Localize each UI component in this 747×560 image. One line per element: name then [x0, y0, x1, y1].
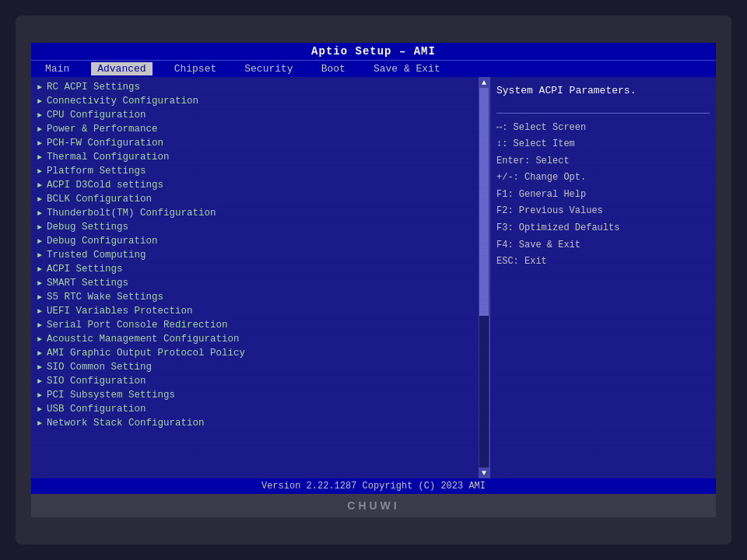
key-hints: ↔: Select Screen↕: Select ItemEnter: Sel… [496, 120, 710, 271]
list-arrow: ► [37, 167, 42, 176]
list-arrow: ► [37, 265, 42, 274]
list-arrow: ► [37, 419, 42, 428]
list-arrow: ► [37, 405, 42, 414]
list-wrapper: ►RC ACPI Settings►Connectivity Configura… [31, 77, 479, 478]
list-item[interactable]: ►Thermal Configuration [31, 150, 479, 164]
list-arrow: ► [37, 391, 42, 400]
list-arrow: ► [37, 153, 42, 162]
list-item[interactable]: ►Debug Settings [31, 220, 479, 234]
list-item[interactable]: ►RC ACPI Settings [31, 80, 479, 94]
title-bar: Aptio Setup – AMI [31, 43, 716, 60]
list-item[interactable]: ►BCLK Configuration [31, 192, 479, 206]
list-item[interactable]: ►CPU Configuration [31, 108, 479, 122]
list-item[interactable]: ►S5 RTC Wake Settings [31, 290, 479, 304]
scrollbar-track[interactable] [479, 88, 489, 467]
list-arrow: ► [37, 237, 42, 246]
status-text: Version 2.22.1287 Copyright (C) 2023 AMI [261, 481, 486, 492]
list-arrow: ► [37, 377, 42, 386]
list-arrow: ► [37, 139, 42, 148]
menu-bar: MainAdvancedChipsetSecurityBootSave & Ex… [31, 60, 716, 77]
list-item[interactable]: ►Thunderbolt(TM) Configuration [31, 206, 479, 220]
list-item[interactable]: ►Connectivity Configuration [31, 94, 479, 108]
list-arrow: ► [37, 181, 42, 190]
list-item[interactable]: ►UEFI Variables Protection [31, 304, 479, 318]
menu-item-save-and-exit[interactable]: Save & Exit [367, 62, 447, 75]
list-item[interactable]: ►PCH-FW Configuration [31, 136, 479, 150]
menu-list[interactable]: ►RC ACPI Settings►Connectivity Configura… [31, 77, 479, 478]
scrollbar[interactable]: ▲ ▼ [479, 77, 489, 478]
key-hint-item: ↕: Select Item [496, 136, 710, 153]
list-arrow: ► [37, 223, 42, 232]
list-item[interactable]: ►Serial Port Console Redirection [31, 318, 479, 332]
list-item[interactable]: ►SMART Settings [31, 276, 479, 290]
help-divider [496, 113, 710, 114]
laptop-frame: Aptio Setup – AMI MainAdvancedChipsetSec… [16, 16, 731, 544]
list-item[interactable]: ►AMI Graphic Output Protocol Policy [31, 346, 479, 360]
list-arrow: ► [37, 195, 42, 204]
list-item[interactable]: ►PCI Subsystem Settings [31, 388, 479, 402]
list-arrow: ► [37, 111, 42, 120]
list-arrow: ► [37, 97, 42, 106]
key-hint-item: Enter: Select [496, 153, 710, 170]
key-hint-item: F1: General Help [496, 187, 710, 204]
list-arrow: ► [37, 349, 42, 358]
screen: Aptio Setup – AMI MainAdvancedChipsetSec… [31, 43, 716, 494]
list-item[interactable]: ►Network Stack Configuration [31, 416, 479, 430]
list-item[interactable]: ►USB Configuration [31, 402, 479, 416]
key-hint-item: F4: Save & Exit [496, 237, 710, 254]
key-hint-item: ESC: Exit [496, 254, 710, 271]
scroll-up-arrow[interactable]: ▲ [479, 77, 489, 88]
menu-item-main[interactable]: Main [39, 62, 75, 75]
list-item[interactable]: ►ACPI D3Cold settings [31, 178, 479, 192]
key-hint-item: F3: Optimized Defaults [496, 220, 710, 237]
list-arrow: ► [37, 307, 42, 316]
list-item[interactable]: ►SIO Configuration [31, 374, 479, 388]
list-item[interactable]: ►Trusted Computing [31, 248, 479, 262]
scrollbar-thumb[interactable] [479, 88, 489, 316]
list-item[interactable]: ►Debug Configuration [31, 234, 479, 248]
menu-item-advanced[interactable]: Advanced [91, 62, 152, 75]
scroll-down-arrow[interactable]: ▼ [479, 467, 489, 478]
left-panel: ►RC ACPI Settings►Connectivity Configura… [31, 77, 490, 478]
content-area: ►RC ACPI Settings►Connectivity Configura… [31, 77, 716, 478]
bios-title: Aptio Setup – AMI [311, 45, 436, 58]
list-item[interactable]: ►SIO Common Setting [31, 360, 479, 374]
list-item[interactable]: ►Platform Settings [31, 164, 479, 178]
menu-item-security[interactable]: Security [238, 62, 299, 75]
key-hint-item: +/-: Change Opt. [496, 170, 710, 187]
right-panel: System ACPI Parameters. ↔: Select Screen… [490, 77, 716, 478]
key-hint-item: ↔: Select Screen [496, 120, 710, 137]
key-hint-item: F2: Previous Values [496, 203, 710, 220]
list-arrow: ► [37, 363, 42, 372]
list-arrow: ► [37, 293, 42, 302]
brand-label: CHUWI [347, 499, 399, 512]
menu-item-chipset[interactable]: Chipset [168, 62, 223, 75]
list-item[interactable]: ►Power & Performance [31, 122, 479, 136]
list-arrow: ► [37, 125, 42, 134]
list-arrow: ► [37, 251, 42, 260]
list-item[interactable]: ►Acoustic Management Configuration [31, 332, 479, 346]
status-bar: Version 2.22.1287 Copyright (C) 2023 AMI [31, 478, 716, 494]
list-arrow: ► [37, 83, 42, 92]
bios-container: Aptio Setup – AMI MainAdvancedChipsetSec… [31, 43, 716, 494]
list-item[interactable]: ►ACPI Settings [31, 262, 479, 276]
list-arrow: ► [37, 335, 42, 344]
list-arrow: ► [37, 209, 42, 218]
list-arrow: ► [37, 321, 42, 330]
help-description: System ACPI Parameters. [496, 83, 710, 99]
laptop-base: CHUWI [31, 494, 716, 517]
menu-item-boot[interactable]: Boot [315, 62, 352, 75]
list-arrow: ► [37, 279, 42, 288]
